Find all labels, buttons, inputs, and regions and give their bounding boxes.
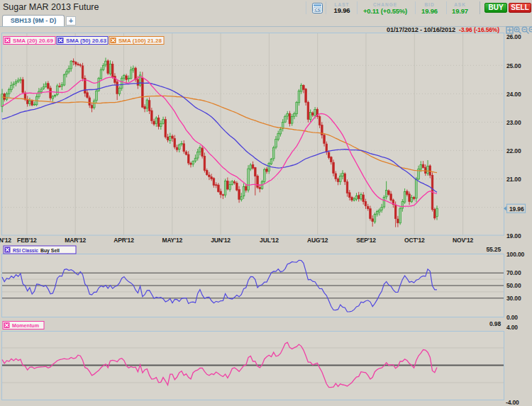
svg-text:01/17/2012 - 10/16/2012: 01/17/2012 - 10/16/2012 (387, 26, 455, 33)
svg-text:21.00: 21.00 (506, 176, 521, 183)
svg-text:MAR'12: MAR'12 (65, 237, 86, 244)
svg-text:JUL'12: JUL'12 (260, 237, 279, 244)
svg-text:RSI Classic: RSI Classic (13, 247, 38, 254)
svg-text:25.00: 25.00 (506, 62, 521, 69)
svg-text:70.00: 70.00 (506, 269, 521, 276)
svg-text:SMA (20) 20.69: SMA (20) 20.69 (13, 38, 54, 44)
svg-text:SMA (50) 20.63: SMA (50) 20.63 (66, 38, 107, 44)
svg-text:0.00: 0.00 (506, 314, 518, 321)
svg-text:-4.00: -4.00 (506, 399, 519, 406)
svg-text:SEP'12: SEP'12 (356, 237, 376, 244)
svg-text:50.00: 50.00 (506, 282, 521, 289)
svg-text:-3.96 (-16.56%): -3.96 (-16.56%) (459, 26, 499, 33)
svg-text:55.25: 55.25 (486, 246, 501, 253)
svg-text:30.00: 30.00 (506, 295, 521, 302)
svg-text:JAN'12: JAN'12 (0, 237, 11, 244)
svg-text:AUG'12: AUG'12 (307, 237, 328, 244)
svg-text:Buy Sell: Buy Sell (40, 247, 60, 254)
svg-text:100.00: 100.00 (506, 251, 525, 258)
svg-text:22.00: 22.00 (506, 147, 521, 154)
svg-text:4.00: 4.00 (506, 324, 518, 331)
svg-text:SMA (100) 21.28: SMA (100) 21.28 (118, 38, 162, 44)
svg-text:26.00: 26.00 (506, 33, 521, 40)
svg-text:19.00: 19.00 (506, 232, 521, 239)
svg-text:MAY'12: MAY'12 (162, 237, 182, 244)
svg-text:FEB'12: FEB'12 (17, 237, 37, 244)
svg-text:JUN'12: JUN'12 (211, 237, 231, 244)
svg-text:OCT'12: OCT'12 (404, 237, 425, 244)
svg-text:19.96: 19.96 (509, 205, 524, 213)
svg-text:0.98: 0.98 (489, 320, 501, 327)
svg-text:23.00: 23.00 (506, 119, 521, 126)
svg-text:NOV'12: NOV'12 (453, 237, 473, 244)
svg-text:APR'12: APR'12 (113, 237, 134, 244)
svg-text:24.00: 24.00 (506, 91, 521, 98)
svg-text:Momentum: Momentum (12, 322, 39, 329)
